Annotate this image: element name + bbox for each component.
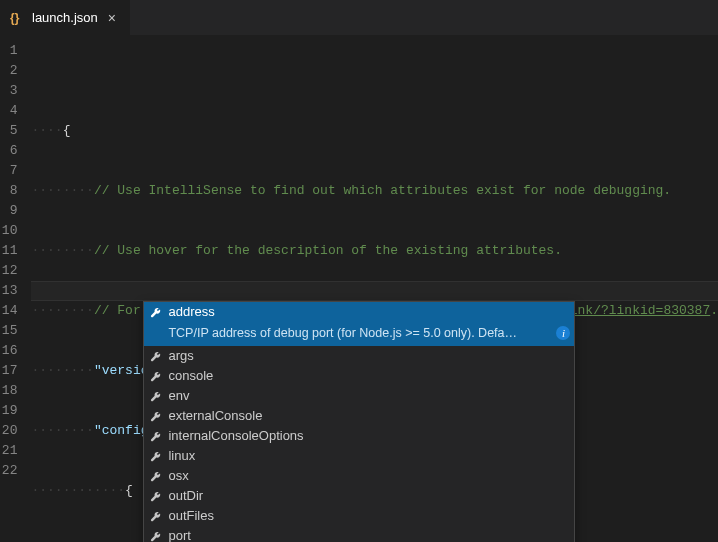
suggest-item-label: console <box>168 366 213 386</box>
suggest-item-outFiles[interactable]: outFiles <box>144 506 574 526</box>
tab-filename: launch.json <box>32 10 98 25</box>
suggest-item-externalConsole[interactable]: externalConsole <box>144 406 574 426</box>
suggest-item-label: env <box>168 386 189 406</box>
json-braces-icon: {} <box>10 10 26 26</box>
line-number: 2 <box>0 61 17 81</box>
line-number: 10 <box>0 221 17 241</box>
wrench-icon <box>148 529 162 542</box>
active-line-highlight <box>31 281 718 301</box>
wrench-icon <box>148 409 162 423</box>
line-number: 21 <box>0 441 17 461</box>
line-number: 11 <box>0 241 17 261</box>
line-number: 7 <box>0 161 17 181</box>
suggest-item-description: TCP/IP address of debug port (for Node.j… <box>144 322 574 346</box>
suggest-item-label: internalConsoleOptions <box>168 426 303 446</box>
line-number: 18 <box>0 381 17 401</box>
wrench-icon <box>148 469 162 483</box>
line-number: 19 <box>0 401 17 421</box>
info-icon[interactable]: i <box>556 326 570 340</box>
line-number: 1 <box>0 41 17 61</box>
intellisense-popup[interactable]: addressTCP/IP address of debug port (for… <box>143 301 575 542</box>
wrench-icon <box>148 389 162 403</box>
suggest-item-label: outDir <box>168 486 203 506</box>
line-number: 13 <box>0 281 17 301</box>
wrench-icon <box>148 509 162 523</box>
code-area[interactable]: ····{ ········// Use IntelliSense to fin… <box>31 35 718 542</box>
line-number-gutter: 12345678910111213141516171819202122 <box>0 35 31 542</box>
line-number: 9 <box>0 201 17 221</box>
wrench-icon <box>148 305 162 319</box>
suggest-item-label: outFiles <box>168 506 214 526</box>
tab-bar: {} launch.json × <box>0 0 718 35</box>
line-number: 12 <box>0 261 17 281</box>
suggest-item-label: externalConsole <box>168 406 262 426</box>
line-number: 17 <box>0 361 17 381</box>
svg-text:{}: {} <box>10 11 20 25</box>
line-number: 20 <box>0 421 17 441</box>
suggest-item-internalConsoleOptions[interactable]: internalConsoleOptions <box>144 426 574 446</box>
line-number: 6 <box>0 141 17 161</box>
suggest-item-outDir[interactable]: outDir <box>144 486 574 506</box>
line-number: 5 <box>0 121 17 141</box>
suggest-item-console[interactable]: console <box>144 366 574 386</box>
comment-text: // Use IntelliSense to find out which at… <box>94 183 671 198</box>
suggest-item-args[interactable]: args <box>144 346 574 366</box>
suggest-item-env[interactable]: env <box>144 386 574 406</box>
suggest-item-label: osx <box>168 466 188 486</box>
wrench-icon <box>148 349 162 363</box>
suggest-item-label: address <box>168 302 214 322</box>
suggest-item-address[interactable]: address <box>144 302 574 322</box>
close-icon[interactable]: × <box>104 10 120 26</box>
line-number: 22 <box>0 461 17 481</box>
suggest-item-linux[interactable]: linux <box>144 446 574 466</box>
wrench-icon <box>148 489 162 503</box>
suggest-item-label: args <box>168 346 193 366</box>
line-number: 15 <box>0 321 17 341</box>
line-number: 14 <box>0 301 17 321</box>
suggest-item-label: linux <box>168 446 195 466</box>
suggest-item-label: port <box>168 526 190 542</box>
editor[interactable]: 12345678910111213141516171819202122 ····… <box>0 35 718 542</box>
suggest-item-port[interactable]: port <box>144 526 574 542</box>
line-number: 8 <box>0 181 17 201</box>
suggest-item-osx[interactable]: osx <box>144 466 574 486</box>
tab-launch-json[interactable]: {} launch.json × <box>0 0 130 35</box>
wrench-icon <box>148 429 162 443</box>
line-number: 3 <box>0 81 17 101</box>
line-number: 16 <box>0 341 17 361</box>
wrench-icon <box>148 369 162 383</box>
comment-text: // Use hover for the description of the … <box>94 243 562 258</box>
line-number: 4 <box>0 101 17 121</box>
wrench-icon <box>148 449 162 463</box>
